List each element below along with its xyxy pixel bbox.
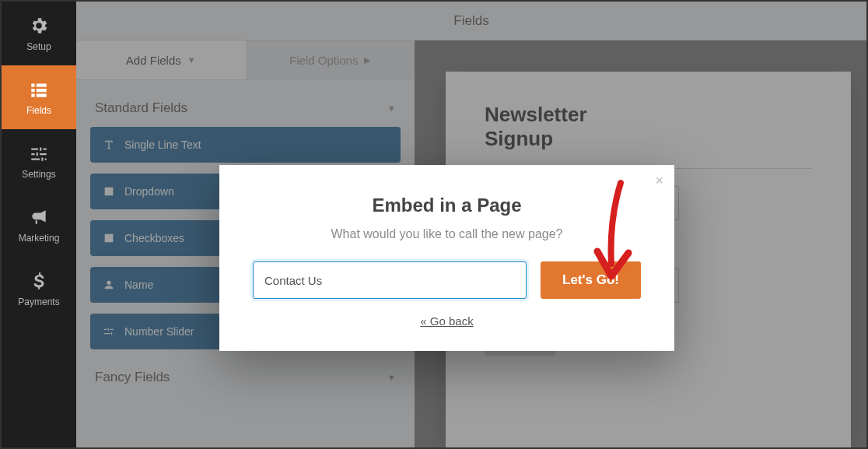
embed-modal: × Embed in a Page What would you like to… [219,165,674,351]
sidebar-item-settings[interactable]: Settings [2,129,76,193]
sidebar-label: Setup [26,41,51,52]
sidebar-item-marketing[interactable]: Marketing [2,193,76,257]
close-icon[interactable]: × [655,173,663,189]
bullhorn-icon [28,206,50,228]
go-back-link[interactable]: « Go back [420,314,473,328]
sidebar-item-payments[interactable]: Payments [2,257,76,321]
modal-subtitle: What would you like to call the new page… [244,227,649,241]
lets-go-button[interactable]: Let's Go! [541,261,641,299]
sidebar-label: Payments [18,296,59,307]
sidebar-item-fields[interactable]: Fields [2,65,76,129]
sidebar: Setup Fields Settings Marketing Payments [2,2,76,447]
list-icon [28,79,50,100]
modal-title: Embed in a Page [244,195,649,216]
sliders-icon [28,142,50,164]
sidebar-label: Settings [22,169,55,180]
dollar-icon [28,270,50,292]
sidebar-label: Fields [26,105,51,116]
sidebar-item-setup[interactable]: Setup [2,2,76,65]
page-name-input[interactable] [253,261,527,299]
sidebar-label: Marketing [19,233,60,244]
gear-icon [28,15,50,37]
